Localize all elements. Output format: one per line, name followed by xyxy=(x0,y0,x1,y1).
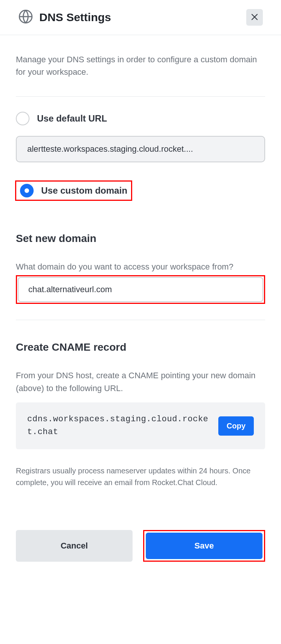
option-custom-domain[interactable]: Use custom domain xyxy=(20,184,127,197)
copy-button[interactable]: Copy xyxy=(218,416,254,436)
description-text: Manage your DNS settings in order to con… xyxy=(16,53,265,78)
radio-unselected-icon xyxy=(16,112,29,125)
option-default-url[interactable]: Use default URL xyxy=(16,112,265,125)
header-left: DNS Settings xyxy=(18,9,111,26)
cancel-button[interactable]: Cancel xyxy=(16,530,133,562)
option-custom-label: Use custom domain xyxy=(41,185,127,196)
cname-url: cdns.workspaces.staging.cloud.rocket.cha… xyxy=(27,413,211,439)
globe-icon xyxy=(18,9,33,26)
cname-title: Create CNAME record xyxy=(16,341,265,353)
close-button[interactable] xyxy=(246,9,263,26)
domain-input-highlight xyxy=(16,275,265,304)
radio-inner-dot xyxy=(25,188,29,193)
set-domain-question: What domain do you want to access your w… xyxy=(16,260,265,273)
cname-description: From your DNS host, create a CNAME point… xyxy=(16,369,265,395)
dialog-content: Manage your DNS settings in order to con… xyxy=(0,35,281,580)
domain-input[interactable] xyxy=(18,277,263,302)
divider xyxy=(16,96,265,97)
save-button-highlight: Save xyxy=(143,530,265,562)
save-button[interactable]: Save xyxy=(146,533,262,559)
set-domain-title: Set new domain xyxy=(16,233,265,245)
dialog-footer: Cancel Save xyxy=(16,530,265,562)
radio-selected-icon xyxy=(20,184,34,197)
cname-box: cdns.workspaces.staging.cloud.rocket.cha… xyxy=(16,402,265,449)
page-title: DNS Settings xyxy=(39,11,111,24)
divider xyxy=(16,320,265,320)
dialog-header: DNS Settings xyxy=(0,0,281,35)
option-custom-domain-highlight: Use custom domain xyxy=(15,180,132,201)
default-url-display: alertteste.workspaces.staging.cloud.rock… xyxy=(16,136,265,162)
registrar-note: Registrars usually process nameserver up… xyxy=(16,465,265,488)
close-icon xyxy=(250,12,259,23)
option-default-label: Use default URL xyxy=(37,113,107,124)
